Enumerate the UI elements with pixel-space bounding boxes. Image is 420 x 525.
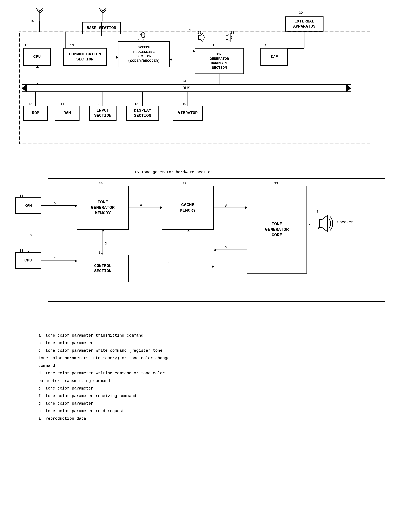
tonegen-to-bus-line — [219, 74, 219, 84]
bus-to-ram — [67, 92, 67, 106]
speech-processing-label: SPEECHPROCESSINGSECTION(CODER/DECODER) — [128, 45, 160, 63]
legend-g: g: tone color parameter — [38, 400, 409, 407]
comm-to-bus-line — [85, 66, 85, 84]
bus-to-vibrator — [187, 92, 188, 106]
fig2-caption: 15 Tone generator hardware section — [134, 170, 213, 174]
ref-16: 16 — [265, 44, 269, 47]
antenna-25-icon — [36, 8, 44, 23]
signal-b-line — [41, 205, 77, 206]
ref-31: 31 — [99, 251, 103, 255]
external-apparatus-label: EXTERNALAPPARATUS — [293, 19, 315, 29]
ref-25: 10 — [30, 19, 34, 23]
signal-d-line — [103, 230, 103, 255]
bus-label: BUS — [22, 85, 351, 91]
tone-gen-core-label: TONEGENERATORCORE — [265, 221, 289, 238]
tone-gen-core-box: TONEGENERATORCORE — [247, 186, 307, 273]
ref-33: 33 — [274, 182, 278, 185]
ref-12: 12 — [28, 102, 32, 106]
bus-to-display — [142, 92, 143, 106]
speech-to-tonegen-arrow — [170, 57, 195, 57]
ref-13: 13 — [70, 44, 74, 47]
ref-2: 2 — [104, 8, 106, 12]
signal-h-line — [214, 250, 247, 250]
signal-h-v2 — [247, 230, 247, 250]
legend-d1: d: tone color parameter writing command … — [38, 369, 409, 377]
legend-d2: parameter transmitting command — [38, 377, 409, 385]
v-to-comm — [65, 32, 65, 48]
ref-19: 19 — [182, 102, 186, 106]
speech-processing-box: SPEECHPROCESSINGSECTION(CODER/DECODER) — [118, 41, 170, 67]
rom-label: ROM — [32, 111, 39, 116]
signal-h-v — [214, 230, 214, 250]
tone-gen-memory-box: TONEGENERATORMEMORY — [77, 186, 129, 230]
ref-1: 1 — [189, 28, 191, 32]
cpu-label-fig1: CPU — [33, 54, 41, 59]
tone-gen-memory-label: TONEGENERATORMEMORY — [91, 199, 115, 216]
legend-c2: tone color parameters into memory) or to… — [38, 355, 409, 362]
antenna25-to-device — [39, 21, 40, 32]
legend-h: h: tone color parameter read request — [38, 407, 409, 415]
legend-e: e: tone color parameter — [38, 385, 409, 392]
fig2-caption-text: 15 Tone generator hardware section — [134, 170, 213, 174]
cpu-from-bus-line — [37, 66, 37, 84]
bus-to-input — [103, 92, 103, 106]
legend-a: a: tone color parameter transmitting com… — [38, 332, 409, 339]
rom-box: ROM — [23, 106, 48, 121]
communication-section-label: COMMUNICATIONSECTION — [69, 52, 101, 62]
input-section-box: INPUTSECTION — [89, 106, 117, 121]
signal-a-line — [28, 214, 28, 253]
legend-i: i: reproduction data — [38, 415, 409, 422]
signal-c-label: c — [54, 256, 56, 260]
ext-to-if-h — [288, 48, 304, 49]
speaker-icon — [318, 214, 335, 234]
display-section-label: DISPLAYSECTION — [134, 108, 151, 118]
svg-line-1 — [36, 8, 40, 11]
signal-e-label: e — [140, 203, 142, 207]
bus-to-rom — [35, 92, 36, 106]
ref-18: 18 — [134, 102, 138, 106]
svg-line-2 — [40, 8, 43, 11]
ref-21: 21 — [140, 32, 144, 36]
input-section-label: INPUTSECTION — [94, 108, 112, 118]
tgh-to-speech-arrow — [170, 59, 195, 59]
speech-to-bus-line — [144, 67, 144, 84]
comm-to-speech-arrow — [107, 57, 118, 57]
signal-i-line — [307, 228, 319, 228]
legend-c1: c: tone color parameter write command (r… — [38, 347, 409, 355]
signal-d-label: d — [104, 241, 107, 245]
cpu-box-fig1: CPU — [23, 48, 51, 66]
ref-10-fig1: 10 — [24, 44, 28, 47]
if-to-bus-line — [274, 66, 274, 84]
vibrator-box: VIBRATOR — [173, 106, 203, 121]
cpu-box-fig2: CPU — [15, 252, 41, 269]
external-apparatus-box: EXTERNALAPPARATUS — [285, 17, 324, 32]
svg-marker-19 — [198, 33, 203, 42]
signal-c-line — [41, 261, 77, 261]
vibrator-label: VIBRATOR — [178, 111, 198, 116]
ref-24: 24 — [182, 80, 186, 83]
signal-b-label: b — [54, 201, 56, 206]
legend-b: b: tone color parameter — [38, 339, 409, 347]
signal-e-line — [129, 207, 162, 207]
ram-label-fig1: RAM — [64, 111, 71, 116]
signal-a-label: a — [30, 233, 32, 237]
speech-to-tgh-arrow — [170, 51, 195, 51]
cache-memory-box: CACHEMEMORY — [162, 186, 214, 230]
ref-32: 32 — [182, 182, 186, 185]
ref-10-fig2: 10 — [19, 249, 23, 253]
tone-gen-hw-label: TONEGENERATORHARDWARESECTION — [210, 52, 229, 70]
control-section-box: CONTROLSECTION — [77, 255, 129, 282]
signal-f-line — [129, 266, 214, 266]
svg-marker-20 — [226, 33, 230, 42]
control-section-label: CONTROLSECTION — [94, 263, 112, 274]
bstation-to-below — [102, 22, 102, 36]
ref-23: 23 — [230, 31, 234, 35]
fig1-diagram: 10 2 BASE STATION 20 EXTERNALAPPARATUS 1… — [11, 8, 409, 159]
ref-22: 22 — [197, 31, 201, 35]
ref-11-fig2: 11 — [19, 194, 23, 198]
display-section-box: DISPLAYSECTION — [126, 106, 159, 121]
speaker-label: Speaker — [337, 220, 353, 224]
if-label: I/F — [271, 54, 278, 59]
ref-17: 17 — [96, 102, 100, 106]
ref-15-fig1: 15 — [213, 44, 216, 47]
